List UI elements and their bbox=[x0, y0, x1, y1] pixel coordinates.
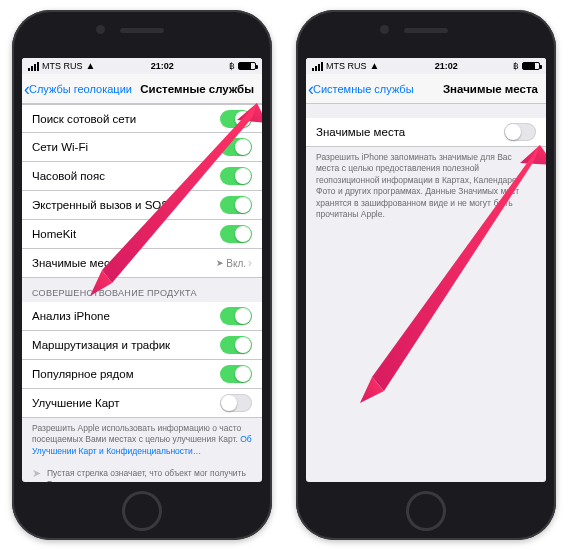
settings-cell[interactable]: Часовой пояс bbox=[22, 162, 262, 191]
status-bar: MTS RUS ▲ 21:02 ฿ bbox=[22, 58, 262, 74]
cell-label: Популярное рядом bbox=[32, 368, 134, 380]
phone-camera bbox=[380, 25, 389, 34]
carrier-label: MTS RUS bbox=[42, 61, 83, 71]
toggle-switch[interactable] bbox=[220, 307, 252, 325]
toggle-switch[interactable] bbox=[504, 123, 536, 141]
signal-icon bbox=[28, 62, 39, 71]
home-button[interactable] bbox=[406, 491, 446, 531]
home-button[interactable] bbox=[122, 491, 162, 531]
footer-text: Разрешить Apple использовать информацию … bbox=[22, 418, 262, 465]
screen-right: MTS RUS ▲ 21:02 ฿ ‹ Системные службы Зна… bbox=[306, 58, 546, 482]
footer-link[interactable]: Об Улучшении Карт и Конфиденциальности… bbox=[32, 434, 252, 455]
toggle-switch[interactable] bbox=[220, 336, 252, 354]
nav-bar: ‹ Службы геолокации Системные службы bbox=[22, 74, 262, 104]
screen-left: MTS RUS ▲ 21:02 ฿ ‹ Службы геолокации Си… bbox=[22, 58, 262, 482]
cell-label: HomeKit bbox=[32, 228, 76, 240]
settings-cell[interactable]: Поиск сотовой сети bbox=[22, 104, 262, 133]
settings-list: Поиск сотовой сетиСети Wi-FiЧасовой пояс… bbox=[22, 104, 262, 482]
toggle-switch[interactable] bbox=[220, 394, 252, 412]
phone-camera bbox=[96, 25, 105, 34]
phone-speaker bbox=[120, 28, 164, 33]
legend-row: ➤Пустая стрелка означает, что объект мог… bbox=[22, 465, 262, 482]
chevron-right-icon: › bbox=[248, 256, 252, 270]
settings-cell[interactable]: Улучшение Карт bbox=[22, 389, 262, 418]
toggle-switch[interactable] bbox=[220, 110, 252, 128]
location-arrow-icon: ➤ bbox=[32, 468, 41, 479]
page-title: Значимые места bbox=[443, 83, 538, 95]
battery-icon bbox=[238, 62, 256, 70]
toggle-switch[interactable] bbox=[220, 365, 252, 383]
signal-icon bbox=[312, 62, 323, 71]
settings-list: Значимые места Разрешить iPhone запомина… bbox=[306, 104, 546, 482]
wifi-icon: ▲ bbox=[370, 61, 380, 71]
toggle-switch[interactable] bbox=[220, 225, 252, 243]
settings-cell[interactable]: Экстренный вызов и SOS bbox=[22, 191, 262, 220]
description-text: Разрешить iPhone запоминать значимые для… bbox=[306, 147, 546, 229]
nav-bar: ‹ Системные службы Значимые места bbox=[306, 74, 546, 104]
status-bar: MTS RUS ▲ 21:02 ฿ bbox=[306, 58, 546, 74]
phone-speaker bbox=[404, 28, 448, 33]
toggle-switch[interactable] bbox=[220, 196, 252, 214]
phone-left: MTS RUS ▲ 21:02 ฿ ‹ Службы геолокации Си… bbox=[12, 10, 272, 540]
legend-text: Пустая стрелка означает, что объект мог … bbox=[47, 468, 252, 482]
bluetooth-icon: ฿ bbox=[513, 61, 519, 71]
settings-cell[interactable]: Сети Wi-Fi bbox=[22, 133, 262, 162]
cell-label: Анализ iPhone bbox=[32, 310, 110, 322]
cell-label: Улучшение Карт bbox=[32, 397, 119, 409]
wifi-icon: ▲ bbox=[86, 61, 96, 71]
back-button[interactable]: ‹ Службы геолокации bbox=[22, 80, 132, 98]
status-time: 21:02 bbox=[151, 61, 174, 71]
battery-icon bbox=[522, 62, 540, 70]
bluetooth-icon: ฿ bbox=[229, 61, 235, 71]
settings-cell[interactable]: Маршрутизация и трафик bbox=[22, 331, 262, 360]
cell-label: Маршрутизация и трафик bbox=[32, 339, 170, 351]
settings-cell[interactable]: Популярное рядом bbox=[22, 360, 262, 389]
cell-detail: ➤Вкл.› bbox=[216, 256, 252, 270]
toggle-switch[interactable] bbox=[220, 138, 252, 156]
cell-label: Поиск сотовой сети bbox=[32, 113, 136, 125]
cell-label: Значимые места bbox=[316, 126, 405, 138]
page-title: Системные службы bbox=[140, 83, 254, 95]
section-header: СОВЕРШЕНСТВОВАНИЕ ПРОДУКТА bbox=[22, 278, 262, 302]
cell-label: Значимые места bbox=[32, 257, 121, 269]
status-time: 21:02 bbox=[435, 61, 458, 71]
cell-label: Экстренный вызов и SOS bbox=[32, 199, 169, 211]
carrier-label: MTS RUS bbox=[326, 61, 367, 71]
cell-label: Сети Wi-Fi bbox=[32, 141, 88, 153]
cell-label: Часовой пояс bbox=[32, 170, 105, 182]
significant-locations-cell[interactable]: Значимые места➤Вкл.› bbox=[22, 249, 262, 278]
back-button[interactable]: ‹ Системные службы bbox=[306, 80, 414, 98]
significant-locations-toggle-cell[interactable]: Значимые места bbox=[306, 118, 546, 147]
toggle-switch[interactable] bbox=[220, 167, 252, 185]
back-label: Системные службы bbox=[313, 83, 414, 95]
settings-cell[interactable]: HomeKit bbox=[22, 220, 262, 249]
phone-right: MTS RUS ▲ 21:02 ฿ ‹ Системные службы Зна… bbox=[296, 10, 556, 540]
back-label: Службы геолокации bbox=[29, 83, 132, 95]
location-arrow-icon: ➤ bbox=[216, 258, 224, 268]
settings-cell[interactable]: Анализ iPhone bbox=[22, 302, 262, 331]
